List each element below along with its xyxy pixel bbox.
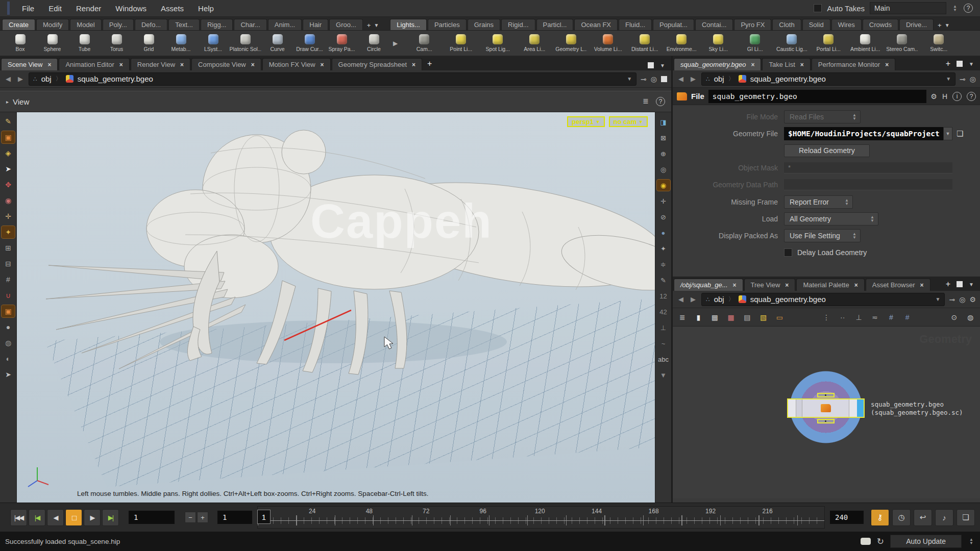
- maximize-pane-icon[interactable]: [648, 62, 654, 68]
- tool-volume-light[interactable]: Volume Li...: [590, 34, 626, 52]
- shelf-tab[interactable]: Lights...: [390, 19, 427, 30]
- tool-spot-light[interactable]: Spot Lig...: [479, 34, 516, 52]
- path-field[interactable]: ∴ obj 〉 squab_geometry.bgeo ▼: [701, 293, 945, 306]
- shelf-tab[interactable]: Rigid...: [501, 19, 535, 30]
- slider-icon[interactable]: ≑: [657, 259, 670, 270]
- camera-view-icon[interactable]: ◎: [657, 164, 670, 175]
- geometry-data-path-field[interactable]: [784, 179, 952, 190]
- maximize-pane-icon[interactable]: [957, 281, 963, 287]
- gear-icon[interactable]: ⚙: [930, 92, 937, 101]
- path-context[interactable]: obj: [41, 74, 52, 83]
- close-tab-icon[interactable]: ×: [733, 282, 737, 289]
- scroll-down-icon[interactable]: ▼: [657, 369, 670, 381]
- tool-box[interactable]: Box: [4, 34, 36, 52]
- tool-platonic[interactable]: Platonic Sol...: [229, 34, 261, 52]
- shelf-tab[interactable]: Drive...: [899, 19, 934, 30]
- shelf-tab[interactable]: Pyro FX: [734, 19, 771, 30]
- maximize-pane-icon[interactable]: [957, 61, 963, 67]
- new-tab-icon[interactable]: +: [946, 280, 950, 289]
- close-tab-icon[interactable]: ×: [47, 61, 51, 68]
- path-node[interactable]: squab_geometry.bgeo: [750, 295, 826, 304]
- tool-sphere[interactable]: Sphere: [36, 34, 68, 52]
- frame-increment-button[interactable]: +: [197, 512, 208, 523]
- prim-numbers-icon[interactable]: 42: [657, 306, 670, 317]
- range-start-field[interactable]: 1: [217, 511, 252, 524]
- load-dropdown[interactable]: All Geometry ▲▼: [784, 212, 878, 226]
- align-vertical-icon[interactable]: ⋮: [822, 311, 831, 323]
- brush-tool-icon[interactable]: ✎: [2, 115, 15, 128]
- path-context[interactable]: obj: [714, 295, 724, 304]
- path-node[interactable]: squab_geometry.bgeo: [78, 74, 153, 83]
- pane-tab[interactable]: /obj/squab_ge... ×: [674, 279, 743, 291]
- shelf-tab[interactable]: Hair: [303, 19, 328, 30]
- distribute-icon[interactable]: ⊥: [854, 311, 864, 323]
- shelf-tab[interactable]: Fluid...: [619, 19, 652, 30]
- rewind-button[interactable]: |◀◀: [10, 509, 27, 526]
- display-packed-as-dropdown[interactable]: Use File Setting ▲▼: [784, 229, 861, 242]
- pane-tab[interactable]: Composite View ×: [191, 58, 261, 70]
- file-browser-icon[interactable]: ❏: [957, 129, 963, 138]
- path-field[interactable]: ∴ obj 〉 squab_geometry.bgeo ▼: [29, 72, 636, 86]
- close-tab-icon[interactable]: ×: [321, 61, 324, 68]
- timeline-ruler[interactable]: 24487296120144168192216 1: [257, 506, 825, 529]
- pane-tab[interactable]: Take List ×: [762, 58, 810, 70]
- align-horizontal-icon[interactable]: ··: [838, 311, 847, 323]
- network-editor[interactable]: Geometry squab_geometry.bgeo (squab_geom…: [673, 327, 980, 498]
- refresh-icon[interactable]: ↻: [877, 536, 884, 547]
- tool-lsystem[interactable]: LSyst...: [197, 34, 229, 52]
- thumbnail-icon[interactable]: ▩: [710, 311, 719, 323]
- shelf-overflow-icon[interactable]: ▶: [393, 40, 398, 47]
- shelf-tab[interactable]: Anim...: [268, 19, 302, 30]
- headlight-icon[interactable]: ✛: [657, 195, 670, 207]
- pane-tab[interactable]: Performance Monitor ×: [812, 58, 895, 70]
- object-mask-field[interactable]: *: [784, 162, 952, 173]
- pane-menu-icon[interactable]: ▼: [660, 63, 665, 68]
- zoom-network-icon[interactable]: ⊙: [950, 311, 959, 323]
- shelf-tab[interactable]: Poly...: [103, 19, 134, 30]
- tool-caustic-light[interactable]: Caustic Lig...: [773, 34, 810, 52]
- tool-ambient-light[interactable]: Ambient Li...: [847, 34, 884, 52]
- shelf-tab[interactable]: Contai...: [695, 19, 733, 30]
- take-spinner[interactable]: ▲▼: [951, 5, 959, 12]
- shelf-tab[interactable]: Grains: [468, 19, 500, 30]
- path-node[interactable]: squab_geometry.bgeo: [750, 74, 826, 83]
- point-numbers-icon[interactable]: 12: [657, 290, 670, 302]
- display-flag-icon[interactable]: ▮: [694, 311, 703, 323]
- shelf-tab[interactable]: Ocean FX: [574, 19, 618, 30]
- close-tab-icon[interactable]: ×: [885, 61, 889, 68]
- close-tab-icon[interactable]: ×: [180, 61, 184, 68]
- node-flag-top[interactable]: [817, 393, 835, 397]
- pane-tab[interactable]: Render View ×: [131, 58, 190, 70]
- add-shelf-icon[interactable]: +: [367, 21, 371, 29]
- save-icon[interactable]: ▤: [743, 311, 752, 323]
- radial-menu-icon[interactable]: ◎: [970, 75, 976, 83]
- grid-dots-icon[interactable]: #: [887, 311, 896, 323]
- tool-curve[interactable]: Curve: [261, 34, 293, 52]
- forward-icon[interactable]: ▶: [16, 75, 24, 83]
- visibility-tool-icon[interactable]: ◐: [2, 353, 15, 365]
- help-icon[interactable]: ?: [964, 4, 973, 13]
- pin-icon[interactable]: ⊸: [960, 75, 966, 83]
- pane-tab[interactable]: Material Palette ×: [796, 279, 864, 291]
- tool-environment-light[interactable]: Environme...: [663, 34, 700, 52]
- close-tab-icon[interactable]: ×: [412, 61, 415, 68]
- shelf-tab[interactable]: Text...: [168, 19, 200, 30]
- pin-icon[interactable]: ⊸: [641, 75, 647, 83]
- message-bubble-icon[interactable]: [861, 538, 871, 545]
- tool-sky-light[interactable]: Sky Li...: [700, 34, 737, 52]
- tool-portal-light[interactable]: Portal Li...: [810, 34, 847, 52]
- end-frame-field[interactable]: 240: [830, 511, 864, 524]
- move-tool-icon[interactable]: ✛: [2, 210, 15, 222]
- network-box-icon[interactable]: ▭: [775, 311, 784, 323]
- file-node[interactable]: [787, 398, 865, 418]
- snap-nodes-icon[interactable]: ≂: [870, 311, 879, 323]
- align-tool-icon[interactable]: ⊟: [2, 258, 15, 270]
- profiles-icon[interactable]: ~: [657, 338, 670, 349]
- back-icon[interactable]: ◀: [4, 75, 12, 83]
- flipbook-button[interactable]: ❏: [957, 509, 975, 526]
- stop-button[interactable]: □: [65, 509, 82, 526]
- tool-point-light[interactable]: Point Li...: [443, 34, 479, 52]
- path-field[interactable]: ∴ obj 〉 squab_geometry.bgeo ▼: [701, 72, 955, 86]
- tool-spray-paint[interactable]: Spray Pa...: [326, 34, 358, 52]
- cursor-tool-icon[interactable]: ➤: [2, 368, 15, 381]
